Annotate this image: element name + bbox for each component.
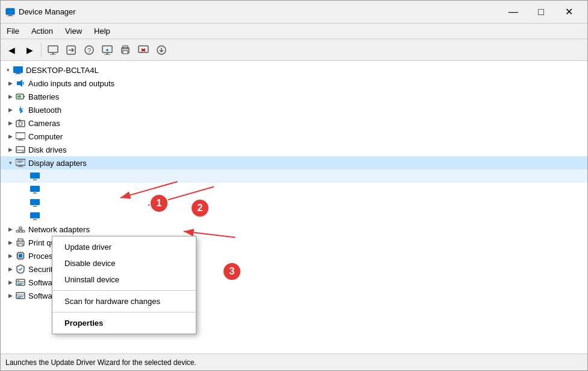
toolbar-pc-icon[interactable] — [45, 42, 61, 59]
svg-rect-29 — [17, 95, 21, 98]
list-item[interactable]: ▶ Bluetooth — [1, 103, 587, 116]
ctx-scan-hardware[interactable]: Scan for hardware changes — [52, 293, 196, 309]
item-label: Batteries — [28, 92, 59, 101]
ctx-separator-1 — [52, 290, 196, 291]
annotation-2: 2 — [190, 198, 210, 218]
list-item[interactable] — [1, 209, 587, 223]
svg-rect-41 — [17, 166, 23, 167]
app-icon — [5, 7, 15, 17]
list-item[interactable]: ▶ Batteries — [1, 90, 587, 103]
window-controls: — □ ✕ — [499, 2, 583, 22]
svg-rect-25 — [15, 74, 21, 74]
toolbar-print-icon[interactable] — [117, 42, 134, 59]
list-item[interactable]: ▶ Network adapters — [1, 223, 587, 236]
item-label: Disk drives — [28, 145, 67, 154]
device-manager-window: Device Manager — □ ✕ File Action View He… — [0, 0, 588, 371]
svg-rect-79 — [17, 283, 23, 284]
list-item[interactable]: ▶ Audio inputs and outputs — [1, 77, 587, 90]
toggle — [20, 185, 30, 194]
svg-rect-49 — [33, 206, 37, 207]
item-label: Network adapters — [28, 225, 90, 234]
forward-button[interactable]: ▶ — [21, 42, 38, 59]
svg-rect-63 — [19, 254, 22, 258]
list-item[interactable]: ▾ Display adapters — [1, 156, 587, 170]
root-label: DESKTOP-BCLTA4L — [26, 66, 99, 75]
toolbar-display-icon[interactable] — [99, 42, 116, 59]
menu-help[interactable]: Help — [88, 25, 116, 37]
item-label: Cameras — [28, 119, 60, 128]
toolbar-download-icon[interactable] — [153, 42, 170, 59]
toggle[interactable]: ▶ — [5, 92, 15, 101]
toggle[interactable]: ▶ — [5, 118, 15, 128]
bluetooth-icon — [15, 104, 26, 115]
svg-rect-45 — [33, 179, 37, 180]
minimize-button[interactable]: — — [499, 2, 527, 22]
toggle[interactable]: ▶ — [5, 224, 15, 234]
toolbar: ◀ ▶ ? — [1, 39, 587, 61]
toggle[interactable]: ▶ — [5, 105, 15, 115]
svg-rect-51 — [33, 219, 37, 220]
ctx-properties[interactable]: Properties — [52, 315, 196, 331]
batteries-icon — [15, 91, 26, 102]
back-button[interactable]: ◀ — [3, 42, 20, 59]
maximize-button[interactable]: □ — [527, 2, 555, 22]
list-item[interactable]: ▶ Computer — [1, 130, 587, 143]
toggle[interactable]: ▶ — [5, 238, 15, 247]
adapter-icon4 — [30, 211, 40, 221]
item-label: Computer — [28, 132, 63, 141]
list-item[interactable]: ▶ Cameras — [1, 116, 587, 130]
processor-icon — [15, 250, 26, 261]
svg-rect-5 — [50, 54, 56, 55]
menu-action[interactable]: Action — [25, 25, 59, 37]
toggle — [20, 211, 30, 221]
svg-rect-54 — [22, 230, 25, 232]
toggle[interactable]: ▶ — [5, 264, 15, 274]
list-item[interactable] — [1, 196, 587, 209]
toggle[interactable]: ▾ — [5, 158, 15, 168]
main-content: ▾ DESKTOP-BCLTA4L ▶ Audio inputs and out… — [1, 61, 587, 354]
svg-rect-33 — [16, 133, 25, 139]
toolbar-scan-icon[interactable] — [63, 42, 80, 59]
close-button[interactable]: ✕ — [555, 2, 583, 22]
menu-view[interactable]: View — [59, 25, 88, 37]
svg-rect-44 — [30, 173, 40, 179]
ctx-uninstall-device[interactable]: Uninstall device — [52, 271, 196, 288]
status-bar: Launches the Update Driver Wizard for th… — [1, 354, 587, 370]
svg-rect-28 — [23, 96, 25, 97]
svg-rect-80 — [17, 284, 22, 285]
list-item[interactable]: ▶ Disk drives — [1, 143, 587, 156]
item-label: Display adapters — [28, 159, 87, 168]
root-toggle[interactable]: ▾ — [3, 65, 13, 75]
list-item[interactable] — [1, 183, 587, 196]
item-label: Bluetooth — [28, 106, 61, 115]
print-icon — [15, 237, 26, 248]
svg-rect-47 — [33, 192, 37, 194]
toggle[interactable]: ▶ — [5, 132, 15, 141]
ctx-update-driver[interactable]: Update driver — [52, 239, 196, 255]
toggle — [20, 198, 30, 208]
svg-rect-35 — [17, 140, 23, 141]
svg-rect-2 — [7, 16, 13, 16]
menu-bar: File Action View Help — [1, 24, 587, 39]
toggle[interactable]: ▶ — [5, 291, 15, 300]
ctx-separator-2 — [52, 312, 196, 312]
adapter-icon2 — [30, 184, 40, 195]
toggle[interactable]: ▶ — [5, 251, 15, 261]
toggle[interactable]: ▶ — [5, 277, 15, 287]
list-item[interactable] — [1, 170, 587, 183]
audio-icon — [15, 78, 26, 89]
tree-root[interactable]: ▾ DESKTOP-BCLTA4L — [1, 63, 587, 77]
svg-rect-0 — [6, 8, 14, 14]
item-label: Audio inputs and outputs — [28, 79, 114, 88]
disk-icon — [15, 144, 26, 155]
toggle[interactable]: ▶ — [5, 145, 15, 154]
toolbar-remove-icon[interactable] — [135, 42, 152, 59]
menu-file[interactable]: File — [1, 25, 25, 37]
toggle[interactable]: ▶ — [5, 78, 15, 88]
toolbar-help-icon[interactable]: ? — [81, 42, 98, 59]
svg-point-31 — [19, 122, 22, 125]
ctx-disable-device[interactable]: Disable device — [52, 255, 196, 271]
window-title: Device Manager — [19, 7, 499, 16]
svg-rect-18 — [139, 46, 148, 52]
svg-rect-78 — [17, 281, 19, 281]
